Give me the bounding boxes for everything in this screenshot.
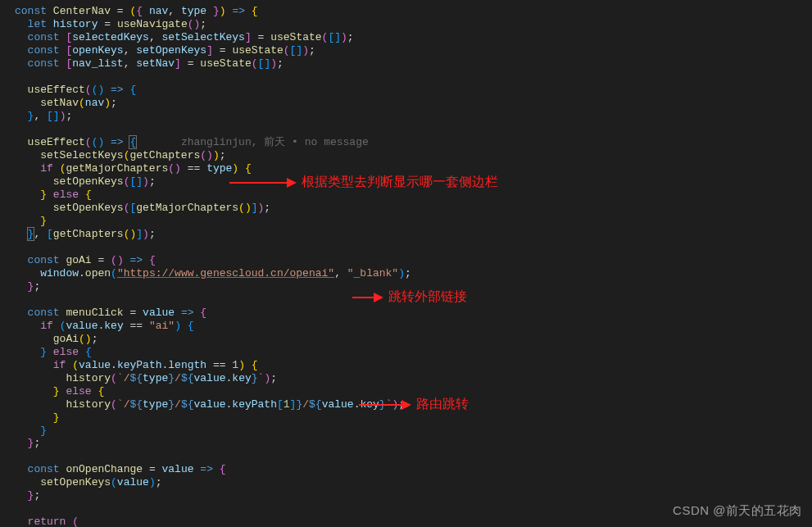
code-line: history(`/${type}/${value.keyPath[1]}/${… (15, 398, 812, 411)
code-line: const goAi = () => { (15, 254, 812, 267)
code-line: useEffect(() => { zhanglinjun, 前天 • no m… (15, 136, 812, 149)
code-line (15, 123, 812, 136)
code-line: setOpenKeys([]); (15, 175, 812, 189)
code-line (15, 70, 812, 84)
code-line: } (15, 425, 812, 438)
code-line: const [nav_list, setNav] = useState([]); (15, 57, 812, 70)
code-line: setNav(nav); (15, 97, 812, 110)
code-line (15, 450, 812, 463)
code-line: } (15, 411, 812, 425)
code-line: }, []); (15, 110, 812, 123)
code-line: } else { (15, 189, 812, 202)
code-line: useEffect(() => { (15, 84, 812, 97)
code-line: const [openKeys, setOpenKeys] = useState… (15, 44, 812, 57)
code-line: setOpenKeys(value); (15, 476, 812, 489)
code-line (15, 293, 812, 307)
code-line: }; (15, 489, 812, 502)
code-line: setSelectKeys(getChapters()); (15, 149, 812, 162)
code-line: goAi(); (15, 333, 812, 346)
code-line: } (15, 215, 812, 228)
code-line: window.open("https://www.genescloud.cn/o… (15, 267, 812, 280)
code-line: const CenterNav = ({ nav, type }) => { (15, 5, 812, 18)
code-line: }; (15, 437, 812, 450)
code-line: }; (15, 280, 812, 293)
code-line: let history = useNavigate(); (15, 18, 812, 31)
code-line: } else { (15, 385, 812, 398)
code-line (15, 502, 812, 516)
code-line: if (value.keyPath.length == 1) { (15, 359, 812, 372)
code-line: if (value.key == "ai") { (15, 320, 812, 333)
code-editor[interactable]: const CenterNav = ({ nav, type }) => { l… (0, 0, 812, 527)
code-line (15, 241, 812, 254)
code-line: const [selectedKeys, setSelectKeys] = us… (15, 31, 812, 44)
code-line: return ( (15, 516, 812, 527)
code-line: } else { (15, 346, 812, 359)
code-line: history(`/${type}/${value.key}`); (15, 372, 812, 385)
code-line: const menuClick = value => { (15, 307, 812, 320)
code-line: }, [getChapters()]); (15, 228, 812, 241)
codelens-annotation: zhanglinjun, 前天 • no message (181, 136, 369, 148)
code-line: const onOpenChange = value => { (15, 463, 812, 476)
code-line: setOpenKeys([getMajorChapters()]); (15, 202, 812, 215)
code-line: if (getMajorChapters() == type) { (15, 162, 812, 175)
